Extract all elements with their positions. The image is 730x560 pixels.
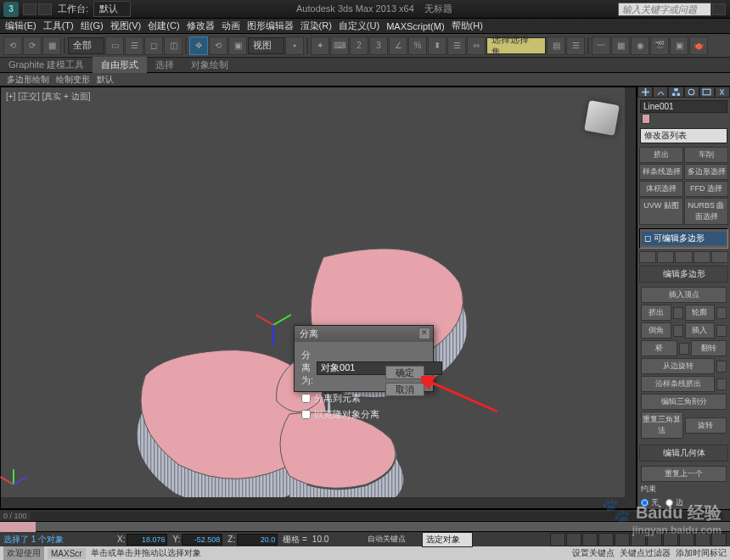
extrude-settings-icon[interactable] bbox=[673, 307, 683, 319]
outline-button[interactable]: 轮廓 bbox=[685, 305, 716, 321]
coord-z-input[interactable] bbox=[237, 534, 278, 546]
mirror-icon[interactable]: ⇔ bbox=[467, 36, 486, 55]
inset-button[interactable]: 插入 bbox=[685, 322, 716, 339]
named-selection-dropdown[interactable]: 选择选择集 bbox=[486, 37, 546, 54]
percent-snap-icon[interactable]: % bbox=[408, 36, 427, 55]
menu-tools[interactable]: 工具(T) bbox=[43, 20, 74, 32]
keyfilter-button[interactable]: 关键点过滤器 bbox=[620, 547, 671, 559]
menu-modifiers[interactable]: 修改器 bbox=[187, 20, 215, 32]
addtime-label[interactable]: 添加时间标记 bbox=[676, 547, 727, 559]
quick-spline-sel[interactable]: 样条线选择 bbox=[639, 164, 683, 180]
help-search-input[interactable] bbox=[618, 3, 711, 16]
menu-render[interactable]: 渲染(R) bbox=[300, 20, 332, 32]
tab-motion-icon[interactable] bbox=[684, 87, 699, 98]
bevel-button[interactable]: 倒角 bbox=[641, 322, 671, 339]
flip-button[interactable]: 翻转 bbox=[691, 340, 727, 356]
hinge-button[interactable]: 从边旋转 bbox=[641, 358, 715, 374]
hinge-settings-icon[interactable] bbox=[716, 361, 727, 372]
track-key[interactable] bbox=[0, 522, 36, 532]
curve-editor-icon[interactable]: 〰 bbox=[592, 36, 610, 55]
constraint-edge-radio[interactable]: 边 bbox=[665, 497, 683, 508]
edit-tri-button[interactable]: 编辑三角剖分 bbox=[641, 394, 727, 410]
goto-end-icon[interactable] bbox=[615, 533, 630, 546]
extrude-spline-button[interactable]: 沿样条线挤出 bbox=[641, 376, 715, 392]
object-name-input[interactable] bbox=[640, 100, 727, 113]
layers-icon[interactable]: ☰ bbox=[566, 36, 585, 55]
autokey-button[interactable]: 自动关键点 bbox=[368, 534, 417, 545]
select-name-icon[interactable]: ☰ bbox=[125, 36, 143, 55]
pivot-icon[interactable]: ▪ bbox=[285, 36, 304, 55]
coord-y-input[interactable] bbox=[182, 534, 222, 546]
time-slider[interactable]: 0 / 100 bbox=[0, 509, 730, 521]
menu-animation[interactable]: 动画 bbox=[222, 20, 240, 32]
quick-vol-sel[interactable]: 体积选择 bbox=[639, 181, 683, 197]
tab-utilities-icon[interactable] bbox=[715, 87, 730, 98]
prev-frame-icon[interactable] bbox=[566, 533, 581, 546]
pin-stack-icon[interactable] bbox=[639, 251, 656, 263]
stack-item-editable-poly[interactable]: ◻ 可编辑多边形 bbox=[642, 232, 726, 245]
outline-settings-icon[interactable] bbox=[716, 307, 727, 319]
selection-filter-dropdown[interactable]: 全部 bbox=[68, 37, 104, 54]
undo-button[interactable] bbox=[23, 3, 36, 15]
menu-graph[interactable]: 图形编辑器 bbox=[247, 20, 294, 32]
bind-icon[interactable]: ▦ bbox=[42, 36, 61, 55]
quick-extrude[interactable]: 挤出 bbox=[639, 147, 683, 163]
selected-dropdown[interactable]: 选定对象 bbox=[422, 532, 473, 547]
ribbon-sub-default[interactable]: 默认 bbox=[97, 74, 114, 85]
orbit-icon[interactable] bbox=[695, 533, 710, 546]
dialog-title[interactable]: 分离 ✕ bbox=[295, 326, 433, 342]
menu-help[interactable]: 帮助(H) bbox=[452, 20, 483, 32]
close-icon[interactable]: ✕ bbox=[418, 328, 430, 339]
extrude-button[interactable]: 挤出 bbox=[641, 305, 671, 321]
material-editor-icon[interactable]: ◉ bbox=[631, 36, 649, 55]
pan-icon[interactable] bbox=[679, 533, 694, 546]
quick-ffd-sel[interactable]: FFD 选择 bbox=[684, 181, 728, 197]
rotate-icon[interactable]: ⟲ bbox=[209, 36, 227, 55]
coord-x-input[interactable] bbox=[126, 534, 167, 546]
snap-3d-icon[interactable]: 3 bbox=[369, 36, 388, 55]
viewcube[interactable] bbox=[583, 99, 620, 137]
viewport[interactable]: [+] [正交] [真实 + 边面] bbox=[0, 87, 637, 509]
menu-group[interactable]: 组(G) bbox=[81, 20, 104, 32]
time-track[interactable] bbox=[31, 512, 723, 520]
coord-system-dropdown[interactable]: 视图 bbox=[248, 37, 284, 54]
spinner-snap-icon[interactable]: ⬍ bbox=[428, 36, 446, 55]
menu-edit[interactable]: 编辑(E) bbox=[5, 20, 36, 32]
redo-button[interactable] bbox=[38, 3, 52, 15]
ribbon-sub-paintdeform[interactable]: 绘制变形 bbox=[56, 74, 90, 85]
viewport-scrollbar-v[interactable] bbox=[625, 87, 636, 497]
detach-to-element-checkbox[interactable]: 分离到元素 bbox=[301, 392, 382, 405]
select-rect-icon[interactable]: ◻ bbox=[144, 36, 163, 55]
select-icon[interactable]: ▭ bbox=[105, 36, 124, 55]
ribbon-tab-freeform[interactable]: 自由形式 bbox=[93, 57, 147, 73]
quick-lathe[interactable]: 车削 bbox=[684, 147, 728, 163]
transform-gizmo[interactable] bbox=[256, 308, 298, 350]
show-end-icon[interactable] bbox=[657, 251, 674, 263]
workspace-dropdown[interactable]: 默认 bbox=[93, 1, 131, 17]
render-frame-icon[interactable]: ▣ bbox=[670, 36, 688, 55]
inset-settings-icon[interactable] bbox=[716, 325, 727, 337]
named-sel-icon[interactable]: ☰ bbox=[447, 36, 466, 55]
ribbon-tab-objpaint[interactable]: 对象绘制 bbox=[182, 57, 237, 73]
retri-button[interactable]: 重复三角算法 bbox=[641, 412, 683, 439]
viewport-label[interactable]: [+] [正交] [真实 + 边面] bbox=[6, 91, 90, 103]
quick-uvw[interactable]: UVW 贴图 bbox=[639, 198, 683, 225]
tab-hierarchy-icon[interactable] bbox=[668, 87, 683, 98]
render-setup-icon[interactable]: 🎬 bbox=[650, 36, 669, 55]
bridge-settings-icon[interactable] bbox=[679, 343, 689, 355]
schematic-icon[interactable]: ▦ bbox=[611, 36, 630, 55]
zoom-all-icon[interactable] bbox=[663, 533, 678, 546]
manipulate-icon[interactable]: ✦ bbox=[311, 36, 329, 55]
goto-start-icon[interactable] bbox=[550, 533, 565, 546]
repeat-last-button[interactable]: 重复上一个 bbox=[641, 466, 727, 482]
ribbon-sub-polydraw[interactable]: 多边形绘制 bbox=[7, 74, 49, 85]
ribbon-tab-select[interactable]: 选择 bbox=[147, 57, 182, 73]
insert-vertex-button[interactable]: 插入顶点 bbox=[641, 287, 727, 303]
extrude-spline-settings-icon[interactable] bbox=[716, 378, 727, 390]
help-dropdown[interactable] bbox=[712, 3, 726, 15]
object-color-swatch[interactable] bbox=[642, 114, 650, 124]
viewport-scrollbar-h[interactable] bbox=[1, 497, 636, 508]
select-link-icon[interactable]: ⟲ bbox=[3, 36, 22, 55]
keyboard-icon[interactable]: ⌨ bbox=[330, 36, 349, 55]
rollout-edit-geometry[interactable]: 编辑几何体 bbox=[639, 445, 728, 462]
